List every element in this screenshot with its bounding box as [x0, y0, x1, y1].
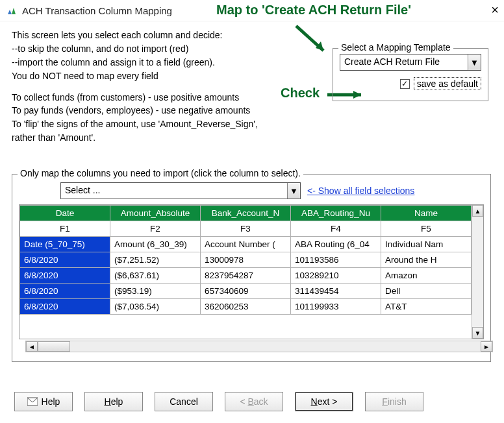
columns-legend: Only map the columns you need to import …	[18, 168, 303, 178]
cell[interactable]: Date (5_70_75)	[20, 237, 110, 252]
col-header[interactable]: Amount_Absolute	[110, 206, 201, 221]
scroll-right-icon[interactable]: ►	[481, 341, 492, 352]
cell[interactable]: AT&T	[381, 299, 472, 315]
cell[interactable]: Account Number (	[201, 237, 291, 252]
scroll-up-icon[interactable]: ▲	[472, 205, 483, 217]
scroll-left-icon[interactable]: ◄	[26, 341, 38, 352]
intro-line: To 'flip' the signs of the amount, use '…	[12, 118, 492, 130]
next-button[interactable]: Next >	[295, 392, 353, 411]
cell[interactable]: 8237954287	[201, 268, 291, 284]
scroll-track[interactable]	[472, 217, 483, 327]
field-select-value: Select ...	[61, 183, 287, 199]
envelope-icon	[27, 397, 38, 406]
cell[interactable]: 13000978	[201, 252, 291, 268]
back-button: < Back	[225, 392, 283, 411]
cell[interactable]: 657340609	[201, 284, 291, 299]
cell[interactable]: 101193586	[291, 252, 381, 268]
cell[interactable]: Amazon	[381, 268, 472, 284]
cell[interactable]: Dell	[381, 284, 472, 299]
mapping-template-group: Select a Mapping Template Create ACH Ret…	[333, 48, 488, 101]
col-subheader: F3	[201, 221, 291, 237]
table-row[interactable]: 6/8/2020 ($7,036.54) 362060253 101199933…	[20, 299, 472, 315]
intro-line: To pay funds (vendors, employees) - use …	[12, 104, 492, 117]
cell[interactable]: Individual Nam	[381, 237, 472, 252]
save-default-checkbox[interactable]: ✓	[400, 79, 410, 89]
help-button[interactable]: Help	[84, 392, 143, 411]
intro-line: rather than 'Amount'.	[12, 132, 492, 144]
scroll-track[interactable]	[70, 341, 481, 352]
intro-line: This screen lets you select each column …	[12, 29, 492, 42]
cell[interactable]: 6/8/2020	[20, 299, 110, 315]
col-header[interactable]: Date	[20, 206, 110, 221]
col-subheader: F1	[20, 221, 110, 237]
cell[interactable]: 6/8/2020	[20, 284, 110, 299]
cell[interactable]: 362060253	[201, 299, 291, 315]
title-bar: ACH Transaction Column Mapping	[0, 0, 504, 21]
horizontal-scrollbar[interactable]: ◄ ►	[25, 341, 493, 352]
chevron-down-icon[interactable]: ▼	[468, 54, 481, 70]
columns-group: Only map the columns you need to import …	[12, 174, 491, 362]
col-header[interactable]: Bank_Account_N	[201, 206, 291, 221]
mapping-template-value: Create ACH Return File	[340, 54, 468, 70]
mapping-template-legend: Select a Mapping Template	[338, 42, 453, 53]
col-header[interactable]: ABA_Routing_Nu	[291, 206, 381, 221]
cell[interactable]: 101199933	[291, 299, 381, 315]
window-title: ACH Transaction Column Mapping	[22, 5, 172, 16]
table-row[interactable]: Date (5_70_75) Amount (6_30_39) Account …	[20, 237, 472, 252]
cell[interactable]: ($7,036.54)	[110, 299, 201, 315]
cell[interactable]: Around the H	[381, 252, 472, 268]
field-select[interactable]: Select ... ▼	[60, 182, 301, 199]
cell[interactable]: 311439454	[291, 284, 381, 299]
table-row[interactable]: 6/8/2020 ($953.19) 657340609 311439454 D…	[20, 284, 472, 299]
subheader-row: F1 F2 F3 F4 F5	[20, 221, 472, 237]
scroll-down-icon[interactable]: ▼	[472, 327, 483, 339]
chevron-down-icon[interactable]: ▼	[287, 183, 300, 199]
save-default-label: save as default	[414, 77, 481, 90]
show-all-link[interactable]: <- Show all field selections	[307, 186, 414, 196]
close-icon[interactable]: ×	[491, 3, 499, 18]
col-subheader: F2	[110, 221, 201, 237]
cell[interactable]: 6/8/2020	[20, 268, 110, 284]
scroll-thumb[interactable]	[38, 341, 70, 352]
col-subheader: F4	[291, 221, 381, 237]
cell[interactable]: Amount (6_30_39)	[110, 237, 201, 252]
cell[interactable]: 6/8/2020	[20, 252, 110, 268]
table-row[interactable]: 6/8/2020 ($6,637.61) 8237954287 10328921…	[20, 268, 472, 284]
wizard-buttons: Help Help Cancel < Back Next > Finish	[14, 392, 423, 411]
app-icon	[5, 4, 18, 17]
columns-grid: Date Amount_Absolute Bank_Account_N ABA_…	[19, 204, 484, 339]
cell[interactable]: ($6,637.61)	[110, 268, 201, 284]
cell[interactable]: 103289210	[291, 268, 381, 284]
help-icon-label: Help	[42, 396, 60, 407]
table-row[interactable]: 6/8/2020 ($7,251.52) 13000978 101193586 …	[20, 252, 472, 268]
finish-button: Finish	[365, 392, 423, 411]
cell[interactable]: ABA Routing (6_04	[291, 237, 381, 252]
header-row: Date Amount_Absolute Bank_Account_N ABA_…	[20, 206, 472, 221]
cancel-button[interactable]: Cancel	[155, 392, 213, 411]
help-icon-button[interactable]: Help	[14, 392, 73, 411]
vertical-scrollbar[interactable]: ▲ ▼	[472, 205, 483, 339]
mapping-template-select[interactable]: Create ACH Return File ▼	[340, 54, 481, 71]
cell[interactable]: ($7,251.52)	[110, 252, 201, 268]
col-header[interactable]: Name	[381, 206, 472, 221]
cell[interactable]: ($953.19)	[110, 284, 201, 299]
col-subheader: F5	[381, 221, 472, 237]
